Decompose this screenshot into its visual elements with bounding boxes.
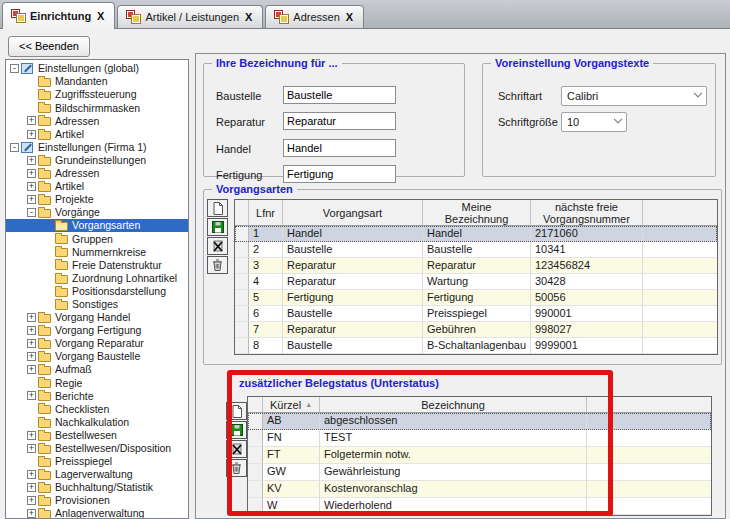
cell-meine-bezeichnung[interactable]: Handel <box>423 226 531 242</box>
tree-item[interactable]: + Anlagenverwaltung <box>6 507 188 519</box>
table-row[interactable]: 2 Baustelle Baustelle 10341 <box>235 242 717 258</box>
new-record-button[interactable] <box>207 199 228 217</box>
tree-expander[interactable]: - <box>10 64 19 73</box>
tree-item[interactable]: Preisspiegel <box>6 455 188 468</box>
cell-vorgangsart[interactable]: Reparatur <box>283 258 423 274</box>
tree-item[interactable]: + Bestellwesen <box>6 429 188 442</box>
tree-item[interactable]: Zugriffssteuerung <box>6 88 188 101</box>
cell-vorgangsart[interactable]: Baustelle <box>283 242 423 258</box>
cell-kuerzel[interactable]: W <box>263 498 320 515</box>
tree-expander[interactable]: + <box>27 496 36 505</box>
tree-expander[interactable]: + <box>27 326 36 335</box>
cell-meine-bezeichnung[interactable]: Gebühren <box>423 322 531 338</box>
tree-item[interactable]: Nachkalkulation <box>6 416 188 429</box>
tree-expander[interactable]: + <box>27 352 36 361</box>
tree-expander[interactable]: + <box>27 391 36 400</box>
table-row[interactable]: 3 Reparatur Reparatur 123456824 <box>235 258 717 274</box>
row-selector[interactable] <box>235 258 249 274</box>
cell-vorgangsart[interactable]: Baustelle <box>283 338 423 354</box>
table-row[interactable]: KV Kostenvoranschlag <box>248 481 711 498</box>
delete-record-button[interactable] <box>207 256 228 274</box>
delete-record-button[interactable] <box>226 459 247 477</box>
discard-changes-button[interactable] <box>226 440 247 458</box>
tree-item[interactable]: Nummernkreise <box>6 245 188 258</box>
cell-bezeichnung[interactable]: abgeschlossen <box>320 413 587 430</box>
tree-expander[interactable]: + <box>27 313 36 322</box>
tree-item[interactable]: Gruppen <box>6 232 188 245</box>
table-row[interactable]: 6 Baustelle Preisspiegel 990001 <box>235 306 717 322</box>
header-kuerzel[interactable]: Kürzel▲ <box>263 397 320 413</box>
table-row[interactable]: 7 Reparatur Gebühren 998027 <box>235 322 717 338</box>
cell-vorgangsnummer[interactable]: 30428 <box>531 274 643 290</box>
tree-item[interactable]: + Vorgang Reparatur <box>6 337 188 350</box>
cell-bezeichnung[interactable]: Gewährleistung <box>320 464 587 481</box>
reparatur-input[interactable] <box>283 112 396 130</box>
tab-close-icon[interactable]: X <box>244 11 253 23</box>
tree-expander[interactable]: + <box>27 169 36 178</box>
cell-bezeichnung[interactable]: Wiederholend <box>320 498 587 515</box>
tree-expander[interactable]: + <box>27 339 36 348</box>
tab-adressen[interactable]: Adressen X <box>265 5 364 28</box>
row-selector[interactable] <box>235 242 249 258</box>
tree-item[interactable]: Positionsdarstellung <box>6 285 188 298</box>
tree-item[interactable]: - Einstellungen (global) <box>6 62 188 75</box>
row-selector[interactable] <box>248 464 263 481</box>
cell-vorgangsart[interactable]: Baustelle <box>283 306 423 322</box>
table-row[interactable]: 4 Reparatur Wartung 30428 <box>235 274 717 290</box>
tree-item[interactable]: - Vorgänge <box>6 206 188 219</box>
tab-close-icon[interactable]: X <box>96 10 105 22</box>
cell-vorgangsart[interactable]: Fertigung <box>283 290 423 306</box>
cell-bezeichnung[interactable]: Folgetermin notw. <box>320 447 587 464</box>
cell-vorgangsnummer[interactable]: 123456824 <box>531 258 643 274</box>
save-record-button[interactable] <box>207 218 228 236</box>
header-meine-bezeichnung[interactable]: Meine Bezeichnung <box>423 200 531 226</box>
cell-kuerzel[interactable]: AB <box>263 413 320 430</box>
tree-item[interactable]: + Artikel <box>6 127 188 140</box>
tree-item[interactable]: + Aufmaß <box>6 363 188 376</box>
tree-expander[interactable]: + <box>27 483 36 492</box>
tree-expander[interactable]: + <box>27 470 36 479</box>
cell-lfnr[interactable]: 3 <box>249 258 283 274</box>
cell-kuerzel[interactable]: FT <box>263 447 320 464</box>
row-selector[interactable] <box>248 413 263 430</box>
tree-item[interactable]: Mandanten <box>6 75 188 88</box>
tree-item[interactable]: + Provisionen <box>6 494 188 507</box>
handel-input[interactable] <box>283 139 396 157</box>
tree-expander[interactable]: + <box>27 509 36 518</box>
cell-meine-bezeichnung[interactable]: Preisspiegel <box>423 306 531 322</box>
cell-vorgangsart[interactable]: Reparatur <box>283 322 423 338</box>
table-row[interactable]: 1 Handel Handel 2171060 <box>235 226 717 242</box>
cell-lfnr[interactable]: 4 <box>249 274 283 290</box>
cell-bezeichnung[interactable]: Kostenvoranschlag <box>320 481 587 498</box>
tree-item[interactable]: + Lagerverwaltung <box>6 468 188 481</box>
tree-expander[interactable]: - <box>27 208 36 217</box>
header-lfnr[interactable]: Lfnr <box>249 200 283 226</box>
row-selector[interactable] <box>248 447 263 464</box>
tree-expander[interactable]: + <box>27 431 36 440</box>
tree-item[interactable]: Regie <box>6 376 188 389</box>
tree-item[interactable]: + Projekte <box>6 193 188 206</box>
cell-vorgangsart[interactable]: Reparatur <box>283 274 423 290</box>
table-row[interactable]: 8 Baustelle B-Schaltanlagenbau 9999001 <box>235 338 717 354</box>
tree-item[interactable]: Sonstiges <box>6 298 188 311</box>
tab-close-icon[interactable]: X <box>345 11 354 23</box>
row-selector[interactable] <box>248 481 263 498</box>
cell-kuerzel[interactable]: GW <box>263 464 320 481</box>
tree-item[interactable]: Vorgangsarten <box>6 219 188 232</box>
beenden-button[interactable]: << Beenden <box>8 36 90 57</box>
tree-expander[interactable]: + <box>27 365 36 374</box>
tree-expander[interactable]: - <box>10 143 19 152</box>
cell-vorgangsnummer[interactable]: 10341 <box>531 242 643 258</box>
header-bezeichnung[interactable]: Bezeichnung <box>320 397 587 413</box>
cell-lfnr[interactable]: 6 <box>249 306 283 322</box>
table-row[interactable]: 5 Fertigung Fertigung 50056 <box>235 290 717 306</box>
cell-meine-bezeichnung[interactable]: B-Schaltanlagenbau <box>423 338 531 354</box>
cell-meine-bezeichnung[interactable]: Wartung <box>423 274 531 290</box>
cell-vorgangsart[interactable]: Handel <box>283 226 423 242</box>
schriftgroesse-select[interactable]: 10 <box>561 112 627 132</box>
tree-item[interactable]: + Artikel <box>6 180 188 193</box>
save-record-button[interactable] <box>226 421 247 439</box>
tree-expander[interactable]: + <box>27 182 36 191</box>
tree-item[interactable]: + Vorgang Fertigung <box>6 324 188 337</box>
cell-kuerzel[interactable]: FN <box>263 430 320 447</box>
